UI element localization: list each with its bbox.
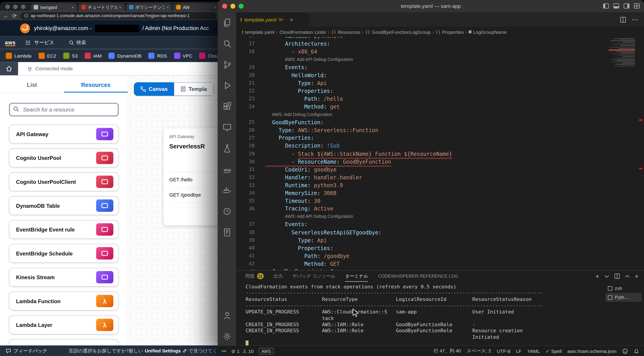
breadcrumb-item[interactable]: {}Resources — [331, 29, 360, 34]
terminal-instance-Pyth[interactable]: Pyth… — [605, 293, 642, 302]
code-line[interactable]: 28 Description: !Sub — [236, 142, 644, 150]
services-menu[interactable]: サービス — [34, 39, 54, 46]
resource-card[interactable]: DynamoDB Table — [9, 196, 118, 215]
address-bar[interactable]: ap-northeast-1.console.aws.amazon.com/co… — [20, 12, 216, 19]
close-window-icon[interactable] — [222, 4, 227, 9]
close-tab-icon[interactable]: × — [166, 5, 169, 10]
api-gateway-card[interactable]: API Gateway ServerlessR GET /helloGET /g… — [164, 128, 219, 225]
code-editor[interactable]: 16 Runtime: python3.917 Architectures:18… — [236, 37, 644, 270]
split-editor-icon[interactable] — [620, 17, 626, 22]
connected-mode-indicator[interactable]: Connected mode — [27, 66, 73, 72]
toggle-sidebar-right-icon[interactable] — [624, 3, 630, 9]
minimize-window-icon[interactable] — [230, 4, 235, 9]
tab-list[interactable]: List — [0, 82, 64, 93]
breadcrumb-item[interactable]: CloudFormation Linter — [280, 29, 326, 34]
close-tab-icon[interactable]: × — [290, 17, 293, 22]
remote-indicator[interactable]: >< — [222, 348, 226, 354]
tab-template-yaml[interactable]: ! template.yaml 9+ × — [236, 12, 309, 27]
code-line[interactable]: 40 Properties: — [236, 244, 644, 252]
back-icon[interactable]: ← — [3, 13, 9, 18]
resource-card[interactable]: Cognito UserPoolClient — [9, 172, 118, 191]
favorite-ec2[interactable]: EC2 — [38, 53, 56, 59]
resource-card[interactable]: Cognito UserPool — [9, 148, 118, 167]
code-line[interactable]: 37 Events: — [236, 221, 644, 228]
code-line[interactable]: 25 GoodByeFunction: — [236, 118, 644, 126]
notebook-icon[interactable] — [222, 228, 232, 237]
docker-icon[interactable] — [222, 186, 232, 195]
encoding-status[interactable]: UTF-8 — [497, 348, 510, 353]
code-line[interactable]: 23 Path: /hello — [236, 95, 644, 103]
aws-connection-status[interactable]: AWS — [259, 348, 274, 354]
code-line[interactable]: 32 Handler: handler.handler — [236, 173, 644, 181]
route-item[interactable]: GET /hello — [169, 172, 219, 188]
template-view-button[interactable]: Templa — [174, 82, 214, 96]
problems-status[interactable]: ⊘1 ⚠10 — [232, 348, 254, 354]
remote-explorer-icon[interactable] — [222, 122, 232, 132]
services-grid-icon[interactable] — [26, 40, 30, 45]
code-line[interactable]: 38 ServerlessRestApiGETgoodbye: — [236, 228, 644, 236]
resource-card-partial[interactable] — [9, 339, 118, 345]
close-panel-icon[interactable]: × — [635, 273, 638, 279]
resource-card[interactable]: EventBridge Schedule — [9, 244, 118, 263]
code-line[interactable]: 39 Type: Api — [236, 236, 644, 244]
tab-resources[interactable]: Resources — [64, 82, 128, 93]
yaml-schema-status[interactable]: aws://sam.schema.json — [567, 348, 616, 353]
codelens-action[interactable]: AWS: Add API Debug Configuration — [285, 213, 353, 221]
close-tab-icon[interactable]: × — [119, 5, 122, 10]
settings-gear-icon[interactable] — [222, 331, 232, 341]
code-line[interactable]: 33 Runtime: python3.9 — [236, 181, 644, 189]
code-line[interactable]: 41 Path: /goodbye — [236, 252, 644, 260]
terminal-instance-zsh[interactable]: zsh — [605, 284, 642, 293]
explorer-icon[interactable] — [222, 18, 232, 28]
terminal[interactable]: CloudFormation events from stack operati… — [246, 271, 603, 345]
zoom-window-icon[interactable] — [238, 4, 244, 9]
codelens-action[interactable]: AWS: Add API Debug Configuration — [285, 56, 353, 64]
close-tab-icon[interactable]: × — [71, 5, 74, 10]
code-line[interactable]: 19 Events: — [236, 64, 644, 71]
code-line[interactable]: 43 GoodByeFunctionLogGroup: — [236, 268, 644, 270]
zoom-window-icon[interactable] — [21, 4, 26, 9]
toggle-sidebar-left-icon[interactable] — [603, 3, 609, 9]
favorite-lambda[interactable]: Lambda — [6, 53, 32, 59]
code-line[interactable]: 27 Properties: — [236, 134, 644, 142]
browser-tab[interactable]: ポリシーテンプレートのリスト× — [126, 3, 172, 11]
route-item[interactable]: GET /goodbye — [169, 188, 219, 203]
code-line[interactable]: 29 - Stack ${AWS::StackName} Function ${… — [236, 150, 644, 158]
terminal-picker-chevron-icon[interactable] — [604, 274, 609, 278]
favorite-rds[interactable]: RDS — [148, 53, 167, 59]
code-line[interactable]: 18 - x86_64 — [236, 48, 644, 56]
browser-tab[interactable]: AW× — [174, 3, 219, 11]
minimize-window-icon[interactable] — [13, 4, 18, 9]
vscode-titlebar[interactable]: template.yaml — sam-app — [218, 0, 644, 12]
resource-card[interactable]: Lambda Layerλ — [9, 315, 118, 334]
aws-toolkit-icon[interactable]: aws — [222, 164, 232, 174]
browser-tab[interactable]: Isengard× — [31, 3, 77, 11]
language-mode[interactable]: YAML — [527, 348, 540, 353]
code-line[interactable]: 20 HelloWorld: — [236, 71, 644, 79]
notifications-bell-icon[interactable] — [634, 348, 639, 354]
code-line[interactable]: 22 Properties: — [236, 87, 644, 95]
browser-tab[interactable]: チュートリアル: Hello World ア× — [78, 3, 124, 11]
close-window-icon[interactable] — [5, 4, 10, 9]
testing-icon[interactable] — [222, 143, 232, 153]
code-line[interactable]: 34 MemorySize: 3008 — [236, 189, 644, 197]
resource-card[interactable]: API Gateway — [9, 125, 118, 143]
favorite-dynamodb[interactable]: DynamoDB — [109, 53, 142, 59]
account-icon[interactable] — [222, 310, 232, 320]
more-actions-icon[interactable]: ⋯ — [632, 16, 638, 24]
home-button[interactable] — [0, 62, 18, 75]
extensions-icon[interactable] — [222, 102, 232, 111]
code-line[interactable]: 36 Tracing: Active — [236, 205, 644, 213]
unified-settings-link[interactable]: Unified Settings — [145, 348, 181, 353]
resource-card[interactable]: EventBridge Event rule — [9, 220, 118, 239]
composer-canvas[interactable]: Canvas Templa API Gateway ServerlessR GE — [128, 76, 219, 345]
resource-card[interactable]: Kinesis Stream — [9, 268, 118, 287]
code-line[interactable]: 21 Type: Api — [236, 79, 644, 87]
aws-logo[interactable]: aws — [5, 39, 16, 46]
feedback-icon[interactable] — [622, 348, 628, 354]
resource-card[interactable]: Lambda Functionλ — [9, 291, 118, 310]
code-line[interactable]: 17 Architectures: — [236, 40, 644, 48]
favorite-cloudwat[interactable]: CloudWat — [199, 53, 219, 59]
code-line[interactable]: 42 Method: GET — [236, 260, 644, 268]
breadcrumb-item[interactable]: {}Properties — [436, 29, 464, 34]
